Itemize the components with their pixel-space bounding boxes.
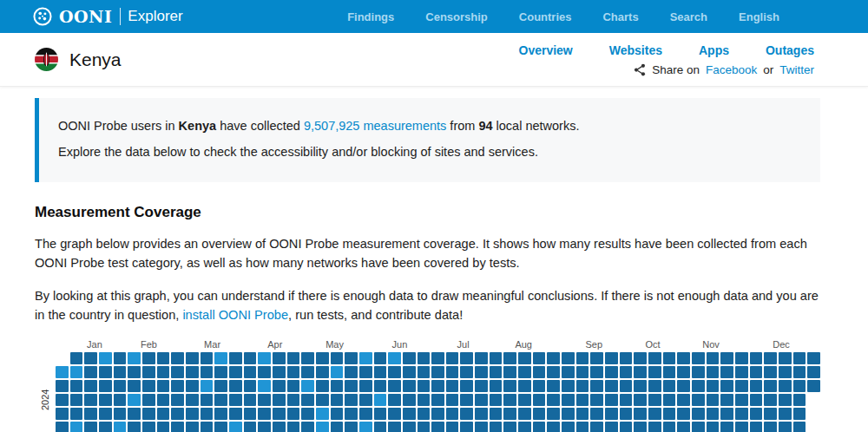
heatmap-cell[interactable] <box>359 408 372 420</box>
heatmap-cell[interactable] <box>403 408 416 420</box>
heatmap-cell[interactable] <box>331 366 344 378</box>
tab-websites[interactable]: Websites <box>609 43 662 57</box>
heatmap-cell[interactable] <box>403 394 416 406</box>
heatmap-cell[interactable] <box>547 352 560 364</box>
heatmap-cell[interactable] <box>562 422 575 432</box>
heatmap-cell[interactable] <box>648 394 661 406</box>
heatmap-cell[interactable] <box>345 366 358 378</box>
tab-outages[interactable]: Outages <box>766 43 814 57</box>
heatmap-cell[interactable] <box>84 408 97 420</box>
heatmap-cell[interactable] <box>779 366 792 378</box>
heatmap-cell[interactable] <box>114 352 127 364</box>
brand-home-link[interactable]: OONI Explorer <box>33 7 183 26</box>
heatmap-cell[interactable] <box>418 366 431 378</box>
heatmap-cell[interactable] <box>201 380 214 392</box>
heatmap-cell[interactable] <box>301 394 314 406</box>
heatmap-cell[interactable] <box>663 394 676 406</box>
heatmap-cell[interactable] <box>764 394 777 406</box>
heatmap-cell[interactable] <box>214 394 227 406</box>
heatmap-cell[interactable] <box>157 394 170 406</box>
heatmap-cell[interactable] <box>229 380 242 392</box>
heatmap-cell[interactable] <box>345 408 358 420</box>
heatmap-cell[interactable] <box>331 422 344 432</box>
heatmap-cell[interactable] <box>157 422 170 432</box>
heatmap-cell[interactable] <box>533 422 546 432</box>
heatmap-cell[interactable] <box>244 380 257 392</box>
heatmap-cell[interactable] <box>793 422 806 432</box>
heatmap-cell[interactable] <box>475 366 488 378</box>
heatmap-cell[interactable] <box>518 422 531 432</box>
heatmap-cell[interactable] <box>229 394 242 406</box>
heatmap-cell[interactable] <box>171 366 184 378</box>
heatmap-cell[interactable] <box>648 352 661 364</box>
heatmap-cell[interactable] <box>779 352 792 364</box>
heatmap-cell[interactable] <box>331 394 344 406</box>
heatmap-cell[interactable] <box>201 422 214 432</box>
heatmap-cell[interactable] <box>244 394 257 406</box>
heatmap-cell[interactable] <box>605 366 618 378</box>
heatmap-cell[interactable] <box>56 366 69 378</box>
heatmap-cell[interactable] <box>388 408 401 420</box>
heatmap-cell[interactable] <box>692 380 705 392</box>
heatmap-cell[interactable] <box>258 352 271 364</box>
heatmap-cell[interactable] <box>663 352 676 364</box>
heatmap-cell[interactable] <box>374 422 387 432</box>
heatmap-cell[interactable] <box>301 408 314 420</box>
heatmap-cell[interactable] <box>446 408 459 420</box>
share-twitter-link[interactable]: Twitter <box>779 63 814 76</box>
heatmap-cell[interactable] <box>316 408 329 420</box>
heatmap-cell[interactable] <box>70 366 83 378</box>
heatmap-cell[interactable] <box>735 366 748 378</box>
heatmap-cell[interactable] <box>562 394 575 406</box>
heatmap-cell[interactable] <box>677 394 690 406</box>
heatmap-cell[interactable] <box>750 394 763 406</box>
heatmap-cell[interactable] <box>533 352 546 364</box>
heatmap-cell[interactable] <box>431 366 444 378</box>
heatmap-cell[interactable] <box>301 422 314 432</box>
heatmap-cell[interactable] <box>84 366 97 378</box>
heatmap-cell[interactable] <box>634 352 647 364</box>
heatmap-cell[interactable] <box>388 352 401 364</box>
heatmap-cell[interactable] <box>287 352 300 364</box>
heatmap-cell[interactable] <box>605 394 618 406</box>
heatmap-cell[interactable] <box>503 366 516 378</box>
heatmap-cell[interactable] <box>374 352 387 364</box>
nav-link-findings[interactable]: Findings <box>347 10 394 23</box>
heatmap-cell[interactable] <box>244 352 257 364</box>
heatmap-cell[interactable] <box>214 422 227 432</box>
heatmap-cell[interactable] <box>590 408 603 420</box>
heatmap-cell[interactable] <box>547 380 560 392</box>
heatmap-cell[interactable] <box>171 408 184 420</box>
heatmap-cell[interactable] <box>576 380 589 392</box>
heatmap-cell[interactable] <box>70 408 83 420</box>
heatmap-cell[interactable] <box>244 366 257 378</box>
heatmap-cell[interactable] <box>735 352 748 364</box>
heatmap-cell[interactable] <box>374 408 387 420</box>
heatmap-cell[interactable] <box>229 408 242 420</box>
heatmap-cell[interactable] <box>403 422 416 432</box>
heatmap-cell[interactable] <box>503 422 516 432</box>
heatmap-cell[interactable] <box>503 352 516 364</box>
heatmap-cell[interactable] <box>201 394 214 406</box>
heatmap-cell[interactable] <box>720 408 733 420</box>
heatmap-cell[interactable] <box>764 408 777 420</box>
heatmap-cell[interactable] <box>114 380 127 392</box>
heatmap-cell[interactable] <box>301 352 314 364</box>
heatmap-cell[interactable] <box>56 380 69 392</box>
heatmap-cell[interactable] <box>316 352 329 364</box>
heatmap-cell[interactable] <box>70 352 83 364</box>
heatmap-cell[interactable] <box>345 422 358 432</box>
heatmap-cell[interactable] <box>446 422 459 432</box>
heatmap-cell[interactable] <box>707 408 720 420</box>
heatmap-cell[interactable] <box>273 352 286 364</box>
heatmap-cell[interactable] <box>620 422 633 432</box>
heatmap-cell[interactable] <box>258 366 271 378</box>
heatmap-cell[interactable] <box>258 422 271 432</box>
heatmap-cell[interactable] <box>663 422 676 432</box>
heatmap-cell[interactable] <box>475 422 488 432</box>
heatmap-cell[interactable] <box>460 394 473 406</box>
heatmap-cell[interactable] <box>287 366 300 378</box>
heatmap-cell[interactable] <box>648 380 661 392</box>
heatmap-cell[interactable] <box>648 366 661 378</box>
heatmap-cell[interactable] <box>475 380 488 392</box>
